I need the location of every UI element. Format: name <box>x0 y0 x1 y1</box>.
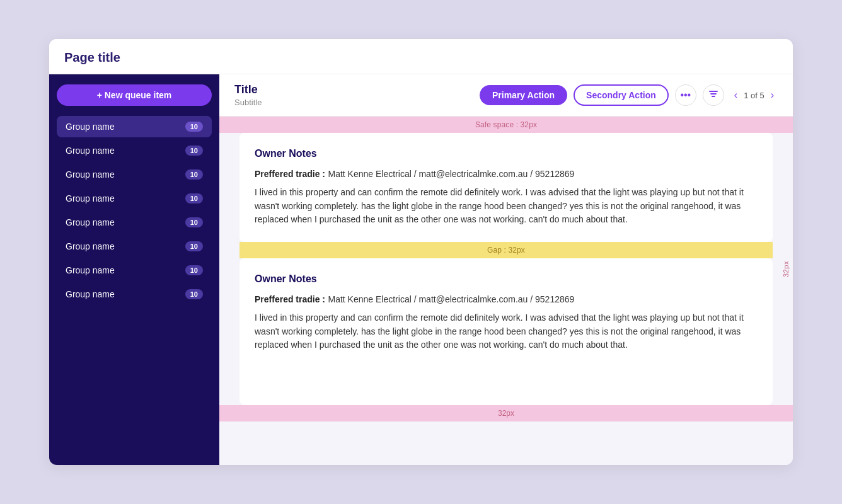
sidebar-badge-4: 10 <box>185 217 203 227</box>
sidebar-item-7[interactable]: Group name 10 <box>57 284 212 305</box>
ellipsis-icon: ••• <box>680 89 691 101</box>
pagination-label: 1 of 5 <box>744 91 764 100</box>
content-header: Title Subtitle Primary Action Secondry A… <box>219 74 793 117</box>
sidebar-item-4[interactable]: Group name 10 <box>57 212 212 233</box>
pagination: ‹ 1 of 5 › <box>730 88 778 102</box>
content-header-left: Title Subtitle <box>234 83 480 107</box>
sidebar-item-label-3: Group name <box>66 193 115 203</box>
sidebar-item-label-5: Group name <box>66 241 115 251</box>
content-subtitle: Subtitle <box>234 98 480 107</box>
bottom-safe-bar: 32px <box>219 405 793 421</box>
sidebar-badge-3: 10 <box>185 193 203 203</box>
card-field-label-0: Preffered tradie : <box>255 169 325 179</box>
new-queue-button[interactable]: + New queue item <box>57 84 212 106</box>
sidebar-item-label-6: Group name <box>66 265 115 275</box>
sidebar-item-3[interactable]: Group name 10 <box>57 188 212 209</box>
card-field-row-0: Preffered tradie : Matt Kenne Electrical… <box>255 168 758 180</box>
sidebar-item-6[interactable]: Group name 10 <box>57 260 212 281</box>
sidebar-item-5[interactable]: Group name 10 <box>57 236 212 257</box>
card-body-text-0: I lived in this property and can confirm… <box>255 186 758 227</box>
app-container: Page title + New queue item Group name 1… <box>49 39 793 465</box>
sidebar-item-2[interactable]: Group name 10 <box>57 164 212 185</box>
sidebar-item-label-0: Group name <box>66 122 115 132</box>
sidebar-badge-0: 10 <box>185 122 203 132</box>
sidebar-badge-1: 10 <box>185 146 203 156</box>
card-body-text-1: I lived in this property and can confirm… <box>255 311 758 352</box>
sidebar-item-0[interactable]: Group name 10 <box>57 116 212 137</box>
card-1: Owner Notes Preffered tradie : Matt Kenn… <box>239 258 773 405</box>
content-area: Title Subtitle Primary Action Secondry A… <box>219 74 793 465</box>
content-header-right: Primary Action Secondry Action ••• ‹ <box>480 84 778 106</box>
main-layout: + New queue item Group name 10 Group nam… <box>49 74 793 465</box>
card-field-value-0: Matt Kenne Electrical / matt@electricalm… <box>328 169 575 179</box>
sidebar-badge-7: 10 <box>185 289 203 299</box>
filter-button[interactable] <box>703 84 724 106</box>
sidebar-item-label-1: Group name <box>66 146 115 156</box>
cards-section: 32px Owner Notes Preffered tradie : Matt… <box>219 133 793 405</box>
page-header: Page title <box>49 39 793 74</box>
gap-bar: Gap : 32px <box>239 242 773 258</box>
card-0: Owner Notes Preffered tradie : Matt Kenn… <box>239 133 773 242</box>
sidebar-item-label-4: Group name <box>66 217 115 227</box>
sidebar-item-label-7: Group name <box>66 289 115 299</box>
filter-icon <box>708 89 718 101</box>
card-title-1: Owner Notes <box>255 273 758 285</box>
more-options-button[interactable]: ••• <box>675 84 696 106</box>
pagination-next-button[interactable]: › <box>767 88 778 102</box>
sidebar-badge-5: 10 <box>185 241 203 251</box>
sidebar-item-1[interactable]: Group name 10 <box>57 140 212 161</box>
sidebar-badge-2: 10 <box>185 169 203 180</box>
card-field-row-1: Preffered tradie : Matt Kenne Electrical… <box>255 294 758 305</box>
card-field-value-1: Matt Kenne Electrical / matt@electricalm… <box>328 294 575 304</box>
page-title: Page title <box>64 50 120 64</box>
sidebar: + New queue item Group name 10 Group nam… <box>49 74 219 465</box>
sidebar-item-label-2: Group name <box>66 169 115 180</box>
primary-action-button[interactable]: Primary Action <box>480 85 567 105</box>
secondary-action-button[interactable]: Secondry Action <box>574 84 669 106</box>
card-bottom-space <box>255 352 758 390</box>
card-field-label-1: Preffered tradie : <box>255 294 325 304</box>
cards-wrapper: Owner Notes Preffered tradie : Matt Kenn… <box>219 133 793 405</box>
card-title-0: Owner Notes <box>255 148 758 159</box>
sidebar-badge-6: 10 <box>185 265 203 275</box>
content-title: Title <box>234 83 480 96</box>
pagination-prev-button[interactable]: ‹ <box>730 88 741 102</box>
safe-space-bar: Safe space : 32px <box>219 117 793 133</box>
